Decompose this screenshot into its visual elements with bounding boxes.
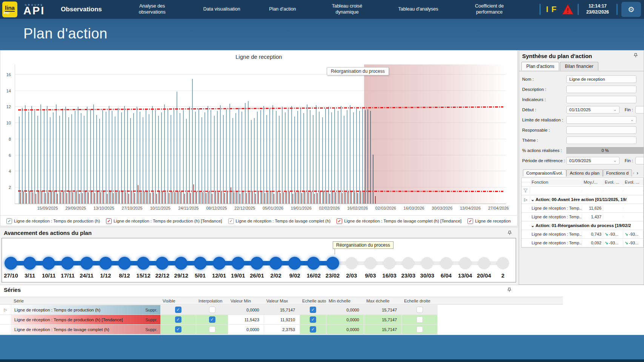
interpolation-checkbox[interactable]: ✓ [209,316,215,323]
warning-icon[interactable]: ! [562,4,574,15]
echelle-droite-checkbox[interactable] [417,326,423,333]
nav-item-tableau-crois-dynamique[interactable]: Tableau croisé dynamique [325,3,369,15]
sidebar-tab-bilan-financier[interactable]: Bilan financier [560,62,598,71]
timeline-milestone-dot[interactable] [364,257,377,269]
timeline-milestone-dot[interactable] [383,257,395,269]
delete-series-link[interactable]: Suppr. [145,308,157,312]
row-expander-icon[interactable] [0,315,11,324]
bar-lavage [283,192,284,204]
status-letter-i[interactable]: I [544,5,550,14]
comparison-row[interactable]: Ligne de réception : Temp...11,626 [522,204,643,213]
echelle-droite-checkbox[interactable] [417,316,423,323]
legend-checkbox[interactable]: ✓ [228,218,234,224]
inner-tab-actions-du-plan[interactable]: Actions du plan [566,169,603,176]
bar-lavage [91,192,92,204]
timeline-milestone-dot[interactable] [118,257,131,270]
timeline-milestone-dot[interactable] [288,257,301,270]
row-expander-icon[interactable]: ▷ [0,305,11,314]
timeline-milestone-dot[interactable] [175,257,188,270]
interpolation-checkbox[interactable] [209,307,215,313]
interpolation-checkbox[interactable] [209,326,215,333]
timeline-milestone-dot[interactable] [346,257,358,269]
timeline-milestone-dot[interactable] [42,257,55,270]
scroll-left-arrow[interactable]: ‹ [633,170,634,176]
inner-tab-fonctions-d[interactable]: Fonctions d [603,169,632,176]
field-dropdown[interactable]: 01/09/2025⌄ [566,157,619,164]
timeline-milestone-dot[interactable] [137,257,150,270]
timeline-milestone-dot[interactable] [156,257,169,270]
field-input[interactable] [566,137,636,144]
timeline-milestone-dot[interactable] [459,257,471,269]
legend-checkbox[interactable]: ✓ [106,218,112,224]
bar-lavage [212,194,212,204]
timeline-milestone-dot[interactable] [269,257,282,270]
nav-item-plan-d-action[interactable]: Plan d'action [269,6,296,12]
nav-item-analyse-des-observations[interactable]: Analyse des observations [130,3,174,15]
filter-input-cell[interactable] [582,190,603,192]
timeline-milestone-dot[interactable] [307,257,320,270]
field-dropdown[interactable]: ⌄ [566,116,636,124]
field-input[interactable]: Ligne de reception [566,75,636,83]
echelle-auto-checkbox[interactable]: ✓ [310,326,316,333]
nav-item-tableau-d-analyses[interactable]: Tableau d'analyses [398,6,438,12]
timeline-milestone-dot[interactable] [251,257,263,270]
group-expander-icon[interactable] [522,225,530,226]
row-expander-icon[interactable] [0,325,11,334]
timeline-milestone-dot[interactable] [194,257,207,270]
timeline-milestone-dot[interactable] [440,257,452,269]
timeline-milestone-dot[interactable] [421,257,433,269]
nav-item-data-visualisation[interactable]: Data visualisation [203,6,240,12]
filter-input-cell[interactable] [623,190,643,192]
status-letter-f[interactable]: F [550,5,558,14]
nav-item-coefficient-de-performance[interactable]: Coefficient de performance [467,3,512,15]
echelle-auto-checkbox[interactable]: ✓ [310,316,316,323]
inner-tab-comparaison-evol-[interactable]: Comparaison/Evol. [523,169,566,176]
filter-input-cell[interactable] [603,190,623,192]
pin-icon[interactable] [507,287,512,293]
series-row[interactable]: Ligne de réception : Temps de lavage com… [0,325,438,334]
legend-checkbox[interactable]: ✓ [337,218,342,224]
visible-checkbox[interactable]: ✓ [175,307,181,313]
echelle-droite-checkbox[interactable] [417,307,423,313]
field-input[interactable] [566,86,636,93]
series-row[interactable]: Ligne de réception : Temps de production… [0,315,438,325]
visible-checkbox[interactable]: ✓ [175,326,181,333]
filter-input-cell[interactable] [530,190,582,192]
comparison-row[interactable]: Ligne de réception : Temp...0,092➘-93...… [522,239,643,247]
legend-checkbox[interactable]: ✓ [6,218,12,224]
group-row[interactable]: ▷⌄ Action: 00-Avant 1ère action [01/11/2… [522,195,643,204]
settings-button[interactable]: ⚙ [621,2,641,17]
timeline-milestone-dot[interactable] [213,257,226,270]
timeline-milestone-dot[interactable] [61,257,74,270]
timeline-milestone-dot[interactable] [232,257,244,270]
series-row[interactable]: ▷Ligne de réception : Temps de productio… [0,305,438,315]
delete-series-link[interactable]: Suppr. [145,318,157,322]
timeline-milestone-dot[interactable] [497,257,509,269]
column-header: Evol. ... [623,179,643,185]
timeline-milestone-dot[interactable] [23,257,36,270]
fin-input[interactable] [635,157,644,164]
pin-icon[interactable] [633,53,638,58]
comparison-row[interactable]: Ligne de réception : Temp...1,437 [522,213,643,221]
timeline-milestone-dot[interactable] [326,257,339,270]
pin-icon[interactable] [507,230,512,236]
field-input[interactable] [566,96,636,103]
delete-series-link[interactable]: Suppr. [145,327,157,332]
filter-icon[interactable] [523,188,528,193]
group-expander-icon[interactable]: ▷ [522,196,530,203]
scroll-right-arrow[interactable]: › [637,170,638,176]
timeline-milestone-dot[interactable] [5,257,17,270]
group-row[interactable]: ⌄ Action: 01-Réorganisation du process [… [522,221,643,230]
sidebar-tab-plan-d-actions[interactable]: Plan d'actions [521,62,559,71]
echelle-auto-checkbox[interactable]: ✓ [310,307,316,313]
field-input[interactable] [566,126,636,134]
visible-checkbox[interactable]: ✓ [175,316,181,323]
timeline-milestone-dot[interactable] [80,257,93,270]
timeline-milestone-dot[interactable] [478,257,490,269]
timeline-milestone-dot[interactable] [99,257,112,270]
legend-checkbox[interactable]: ✓ [467,218,473,224]
comparison-row[interactable]: Ligne de réception : Temp...0,743➘-93...… [522,230,643,239]
timeline-milestone-dot[interactable] [402,257,414,269]
fin-input[interactable] [635,106,644,114]
field-dropdown[interactable]: 01/11/2025⌄ [566,106,619,114]
